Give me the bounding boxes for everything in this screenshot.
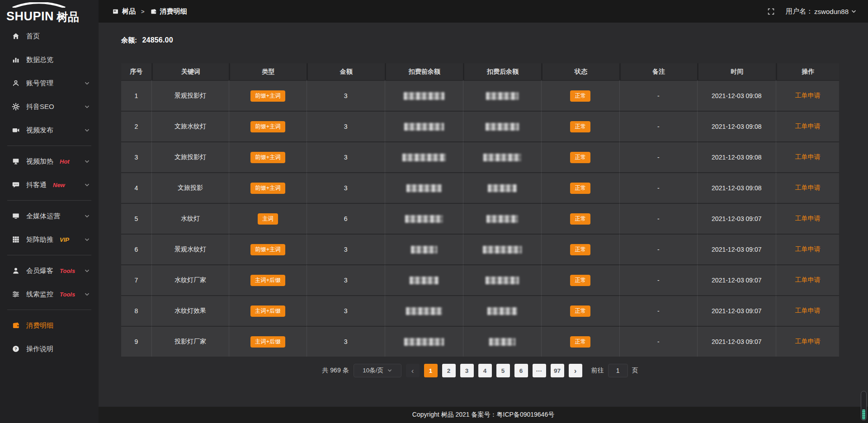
page-size-select[interactable]: 10条/页 <box>354 364 401 377</box>
work-order-link[interactable]: 工单申请 <box>795 245 821 253</box>
page-button-5[interactable]: 5 <box>496 364 510 377</box>
masked-value <box>410 277 439 284</box>
sidebar-item-douketong[interactable]: 抖客通 New <box>0 173 99 197</box>
scrollbar-thumb[interactable] <box>862 409 865 419</box>
chevron-down-icon <box>85 183 90 188</box>
table-row: 6 景观水纹灯 前缀+主词 3 正常 - 2021-12-03 09:07 工单… <box>121 234 839 264</box>
sidebar-item-video-publish[interactable]: 视频发布 <box>0 118 99 142</box>
main-content: 余额: 24856.00 序号关键词类型金额扣费前余额扣费后余额状态备注时间操作… <box>99 23 868 407</box>
sidebar-item-lead-monitor[interactable]: 线索监控 Tools <box>0 282 99 306</box>
goto-page-input[interactable] <box>608 364 628 377</box>
grid-icon <box>12 235 20 244</box>
svg-text:?: ? <box>14 346 17 351</box>
breadcrumb-item-shupin[interactable]: 树品 <box>112 7 136 16</box>
column-header: 扣费后余额 <box>463 63 541 80</box>
more-pages-button[interactable]: ··· <box>533 364 546 377</box>
cell-type: 前缀+主词 <box>229 80 307 111</box>
cell-amount: 6 <box>307 203 385 234</box>
type-badge: 主词+后缀 <box>250 275 285 286</box>
chevron-down-icon <box>851 9 856 14</box>
goto-suffix: 页 <box>632 367 638 375</box>
sidebar-item-douyin-seo[interactable]: 抖音SEO <box>0 95 99 118</box>
breadcrumb-item-consume-detail[interactable]: 消费明细 <box>150 7 187 16</box>
chevron-down-icon <box>387 368 392 373</box>
masked-value <box>486 215 518 223</box>
logo[interactable]: SHUPIN 树品 <box>0 0 99 24</box>
sidebar-item-tag: Tools <box>60 291 75 298</box>
column-header: 金额 <box>307 63 385 80</box>
balance-label: 余额: <box>121 36 137 44</box>
cell-keyword: 文旅水纹灯 <box>151 111 229 141</box>
sidebar-item-operation-guide[interactable]: ? 操作说明 <box>0 337 99 361</box>
cell-amount: 3 <box>307 234 385 264</box>
table-row: 7 水纹灯厂家 主词+后缀 3 正常 - 2021-12-03 09:07 工单… <box>121 264 839 295</box>
chevron-down-icon <box>85 292 90 297</box>
masked-value <box>404 92 444 100</box>
sidebar-item-consume-detail[interactable]: 消费明细 <box>0 314 99 337</box>
work-order-link[interactable]: 工单申请 <box>795 184 821 191</box>
cell-status: 正常 <box>541 203 619 234</box>
cell-remark: - <box>619 234 697 264</box>
masked-value <box>486 277 519 284</box>
cell-keyword: 投影灯厂家 <box>151 326 229 357</box>
user-menu[interactable]: 用户名： zswodun88 <box>786 7 856 16</box>
sidebar-divider <box>7 255 91 255</box>
chevron-down-icon <box>85 159 90 164</box>
prev-page-button[interactable] <box>406 364 420 377</box>
page-button-97[interactable]: 97 <box>551 364 564 377</box>
type-badge: 前缀+主词 <box>250 183 285 194</box>
sidebar-item-label: 数据总览 <box>26 56 53 64</box>
topbar-right: 用户名： zswodun88 <box>767 7 856 16</box>
sidebar-item-video-heat[interactable]: 视频加热 Hot <box>0 150 99 173</box>
page-button-6[interactable]: 6 <box>514 364 528 377</box>
cell-status: 正常 <box>541 80 619 111</box>
sidebar-item-member-burst[interactable]: 会员爆客 Tools <box>0 259 99 282</box>
scrollbar[interactable] <box>861 391 867 421</box>
cell-time: 2021-12-03 09:08 <box>697 111 776 141</box>
copyright-text: Copyright 树品 2021 备案号：粤ICP备09019646号 <box>412 411 554 419</box>
table-row: 3 文旅投影灯 前缀+主词 3 正常 - 2021-12-03 09:08 工单… <box>121 141 839 172</box>
pagination-total: 共 969 条 <box>322 367 349 375</box>
balance-value: 24856.00 <box>142 36 173 44</box>
app-icon <box>112 8 119 15</box>
sidebar-item-all-media-operation[interactable]: 全媒体运营 <box>0 204 99 228</box>
status-badge: 正常 <box>570 213 590 225</box>
cell-balance-before <box>385 80 463 111</box>
work-order-link[interactable]: 工单申请 <box>795 307 821 314</box>
monitor-icon <box>12 212 20 220</box>
consumption-table: 序号关键词类型金额扣费前余额扣费后余额状态备注时间操作 1 景观投影灯 前缀+主… <box>121 63 839 357</box>
sidebar-item-home[interactable]: 首页 <box>0 24 99 48</box>
sidebar-divider <box>7 310 91 310</box>
cell-balance-before <box>385 326 463 357</box>
cell-keyword: 景观投影灯 <box>151 80 229 111</box>
sidebar-item-label: 视频发布 <box>26 126 53 135</box>
work-order-link[interactable]: 工单申请 <box>795 92 821 99</box>
fullscreen-icon[interactable] <box>767 8 775 15</box>
page-button-2[interactable]: 2 <box>442 364 456 377</box>
pagination: 共 969 条 10条/页 123456···97 前往 页 <box>121 364 839 377</box>
work-order-link[interactable]: 工单申请 <box>795 338 821 345</box>
cell-remark: - <box>619 172 697 203</box>
page-button-4[interactable]: 4 <box>478 364 492 377</box>
cell-time: 2021-12-03 09:07 <box>697 264 776 295</box>
work-order-link[interactable]: 工单申请 <box>795 215 821 222</box>
status-badge: 正常 <box>570 244 590 255</box>
sidebar-item-data-overview[interactable]: 数据总览 <box>0 48 99 71</box>
cell-keyword: 文旅投影灯 <box>151 141 229 172</box>
sidebar-item-matrix-boost[interactable]: 矩阵助推 VIP <box>0 228 99 251</box>
work-order-link[interactable]: 工单申请 <box>795 153 821 160</box>
table-row: 9 投影灯厂家 主词+后缀 3 正常 - 2021-12-03 09:07 工单… <box>121 326 839 357</box>
type-badge: 前缀+主词 <box>250 244 285 255</box>
cell-status: 正常 <box>541 172 619 203</box>
next-page-button[interactable] <box>569 364 582 377</box>
cell-type: 主词+后缀 <box>229 326 307 357</box>
column-header: 序号 <box>121 63 151 80</box>
work-order-link[interactable]: 工单申请 <box>795 276 821 283</box>
cell-balance-after <box>463 264 541 295</box>
work-order-link[interactable]: 工单申请 <box>795 122 821 130</box>
page-button-1[interactable]: 1 <box>424 364 438 377</box>
cell-amount: 3 <box>307 80 385 111</box>
page-button-3[interactable]: 3 <box>460 364 474 377</box>
username-value: zswodun88 <box>814 8 849 15</box>
sidebar-item-account-management[interactable]: 账号管理 <box>0 71 99 95</box>
